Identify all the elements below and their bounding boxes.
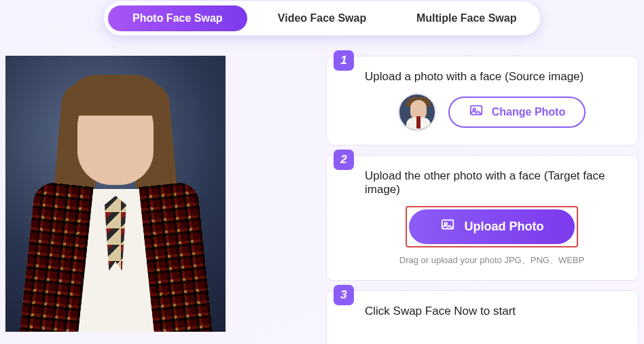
step-1-controls: Change Photo xyxy=(365,93,619,131)
step-number-badge: 2 xyxy=(334,150,354,170)
change-photo-button[interactable]: Change Photo xyxy=(448,97,586,128)
image-icon xyxy=(469,103,484,121)
change-photo-label: Change Photo xyxy=(492,106,565,118)
step-3-title: Click Swap Face Now to start xyxy=(365,305,619,318)
step-1-title: Upload a photo with a face (Source image… xyxy=(365,70,619,84)
upload-photo-button[interactable]: Upload Photo xyxy=(409,209,575,244)
upload-helper-text: Drag or upload your photo JPG、PNG、WEBP xyxy=(365,254,619,266)
tab-photo-face-swap[interactable]: Photo Face Swap xyxy=(108,5,247,31)
step-1-card: 1 Upload a photo with a face (Source ima… xyxy=(326,56,639,145)
tab-multiple-face-swap[interactable]: Multiple Face Swap xyxy=(397,5,536,31)
step-3-card: 3 Click Swap Face Now to start xyxy=(326,290,639,344)
source-thumbnail[interactable] xyxy=(398,93,436,131)
image-icon xyxy=(440,218,455,236)
tabs-bar: Photo Face Swap Video Face Swap Multiple… xyxy=(104,1,540,35)
step-number-badge: 3 xyxy=(334,285,354,305)
upload-photo-label: Upload Photo xyxy=(465,220,544,234)
portrait-hair xyxy=(65,75,166,116)
main-layout: 1 Upload a photo with a face (Source ima… xyxy=(0,35,644,344)
step-2-title: Upload the other photo with a face (Targ… xyxy=(365,169,619,196)
tab-video-face-swap[interactable]: Video Face Swap xyxy=(253,5,392,31)
step-2-controls: Upload Photo Drag or upload your photo J… xyxy=(365,206,619,266)
upload-highlight-box: Upload Photo xyxy=(406,206,579,247)
step-number-badge: 1 xyxy=(334,50,354,71)
source-image-preview xyxy=(5,56,226,332)
steps-column: 1 Upload a photo with a face (Source ima… xyxy=(326,56,639,344)
step-2-card: 2 Upload the other photo with a face (Ta… xyxy=(326,155,639,281)
